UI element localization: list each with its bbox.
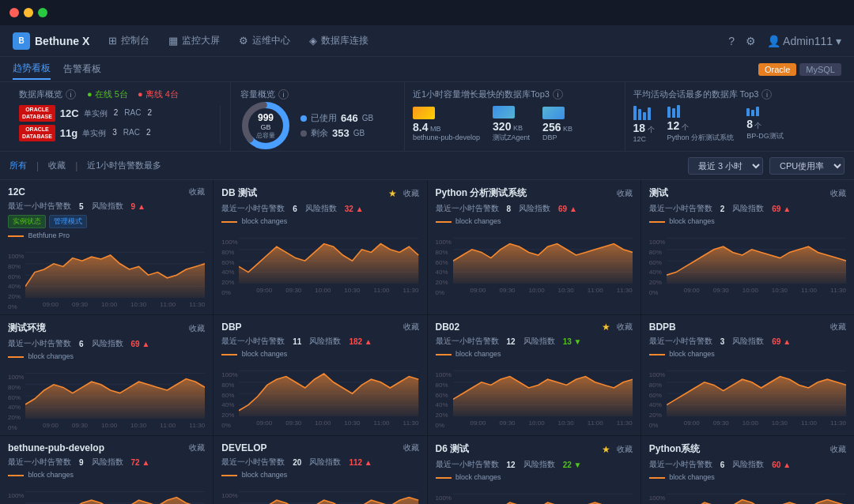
subnav-trend[interactable]: 趋势看板 [13, 58, 51, 80]
star-icon[interactable]: ★ [388, 188, 397, 199]
alert-count: 12 [507, 461, 516, 469]
capacity-info-icon[interactable]: i [278, 89, 289, 100]
nav-items: ⊞ 控制台 ▦ 监控大屏 ⚙ 运维中心 ◈ 数据库连接 [108, 34, 709, 47]
nav-item-monitor[interactable]: ▦ 监控大屏 [168, 34, 220, 47]
card-title: bethune-pub-develop [8, 442, 104, 453]
alert-count: 6 [720, 461, 725, 469]
star-icon[interactable]: ☆ [174, 442, 183, 453]
collapse-label[interactable]: 收藏 [403, 442, 419, 453]
collapse-label[interactable]: 收藏 [403, 322, 419, 333]
chart-svg-wrapper: 09:00 09:30 10:00 10:30 11:00 11:30 [649, 227, 846, 294]
chart-area: 100%80%60%40%20%0% [221, 480, 418, 504]
db-card-测试环境: 测试环境 ☆ 收藏 最近一小时告警数 6 风险指数 69 ▲ block cha… [0, 315, 213, 435]
collapse-label[interactable]: 收藏 [830, 188, 846, 199]
filter-top-alerts[interactable]: 近1小时告警数最多 [87, 160, 161, 171]
chart-area: 100%80%60%40%20%0% [8, 362, 205, 429]
star-icon[interactable]: ☆ [815, 322, 824, 333]
maximize-button[interactable] [38, 8, 47, 17]
collapse-label[interactable]: 收藏 [830, 322, 846, 333]
free-legend: 剩余 353 GB [300, 127, 373, 139]
offline-status: ● 离线 4台 [138, 88, 179, 100]
legend-dot-orange [221, 475, 237, 476]
nav-item-ops[interactable]: ⚙ 运维中心 [239, 34, 290, 47]
time-range-select[interactable]: 最近 3 小时 最近 1 小时 最近 6 小时 [688, 157, 763, 175]
collapse-label[interactable]: 收藏 [189, 442, 205, 453]
card-header: 测试 ☆ 收藏 [649, 186, 846, 200]
star-icon[interactable]: ☆ [174, 323, 183, 334]
star-icon[interactable]: ☆ [388, 322, 397, 333]
help-icon[interactable]: ? [728, 35, 735, 47]
chart-area: 100%80%60%40%20%0% [8, 480, 205, 504]
card-chart: block changes 100%80%60%40%20%0% [221, 350, 418, 429]
card-actions: ☆ 收藏 [388, 442, 419, 453]
card-stats: 最近一小时告警数 9 风险指数 72 ▲ [8, 457, 205, 468]
chart-svg [667, 483, 846, 504]
oracle-11g-row: ORACLEDATABASE 11g 单实例3 RAC2 [19, 125, 220, 141]
bar-chart-3 [746, 107, 784, 116]
collapse-label[interactable]: 收藏 [189, 323, 205, 334]
star-icon[interactable]: ☆ [815, 188, 824, 199]
top3-growth-info-icon[interactable]: i [553, 89, 563, 100]
chart-svg [453, 359, 633, 416]
alert-label: 最近一小时告警数 [436, 336, 499, 347]
alert-count: 20 [293, 458, 301, 467]
card-actions: ☆ 收藏 [388, 322, 419, 333]
chart-area: 100%80%60%40%20%0% [649, 227, 846, 294]
risk-label: 风险指数 [92, 338, 123, 349]
risk-label: 风险指数 [305, 203, 337, 214]
chart-svg-wrapper: 09:00 09:30 10:00 10:30 11:00 11:30 [436, 359, 633, 427]
filter-favorites[interactable]: 收藏 [48, 160, 66, 171]
collapse-label[interactable]: 收藏 [617, 188, 633, 199]
collapse-label[interactable]: 收藏 [617, 322, 633, 333]
collapse-label[interactable]: 收藏 [617, 444, 633, 455]
card-stats: 最近一小时告警数 12 风险指数 22 ▼ [436, 459, 633, 470]
db-overview-info-icon[interactable]: i [66, 89, 76, 100]
chart-legend: block changes [221, 217, 418, 225]
subnav-alert[interactable]: 告警看板 [63, 59, 101, 79]
top3-growth-items: 8.4 MB bethune-pub-develop 320 KB 测试ZAge… [413, 103, 617, 145]
nav-item-db[interactable]: ◈ 数据库连接 [309, 34, 368, 47]
chart-yaxis: 100%80%60%40%20%0% [436, 238, 452, 299]
star-icon[interactable]: ☆ [174, 186, 183, 197]
bar-chart-2 [667, 105, 735, 118]
minimize-button[interactable] [24, 8, 33, 17]
mysql-badge[interactable]: MySQL [799, 63, 841, 76]
collapse-label[interactable]: 收藏 [830, 444, 846, 455]
star-icon[interactable]: ☆ [602, 188, 610, 199]
metric-select[interactable]: CPU使用率 内存使用率 IO使用率 [769, 157, 845, 175]
filter-all[interactable]: 所有 [9, 160, 27, 171]
card-header: DEVELOP ☆ 收藏 [221, 442, 418, 453]
legend-dot-orange [436, 354, 452, 355]
risk-label: 风险指数 [732, 459, 764, 470]
star-icon[interactable]: ★ [602, 322, 610, 333]
risk-label: 风险指数 [523, 459, 555, 470]
card-title: D6 测试 [436, 442, 470, 456]
legend-item: block changes [8, 352, 74, 360]
risk-value: 69 ▲ [772, 337, 791, 346]
user-menu[interactable]: 👤 Admin111 ▾ [767, 35, 841, 47]
nav-item-control[interactable]: ⊞ 控制台 [108, 34, 149, 47]
legend-dot-orange [221, 354, 237, 355]
capacity-title: 容量概览 i [240, 88, 395, 100]
settings-icon[interactable]: ⚙ [746, 35, 756, 47]
risk-value: 182 ▲ [349, 337, 372, 346]
risk-value: 69 ▲ [772, 205, 791, 213]
legend-item: block changes [649, 217, 715, 225]
collapse-label[interactable]: 收藏 [403, 188, 419, 199]
top3-sessions-info-icon[interactable]: i [761, 89, 772, 100]
chart-legend: block changes [649, 350, 846, 358]
close-button[interactable] [9, 8, 19, 17]
used-legend: 已使用 646 GB [300, 112, 373, 124]
oracle-badge[interactable]: Oracle [758, 63, 796, 76]
risk-value: 69 ▲ [558, 205, 577, 213]
star-icon[interactable]: ★ [602, 444, 610, 455]
oracle-11g-stats: 单实例3 RAC2 [82, 128, 150, 139]
chart-legend: block changes [221, 350, 418, 358]
risk-value: 9 ▲ [131, 202, 145, 211]
card-title: 测试 [649, 186, 668, 200]
legend-dot-orange [221, 221, 237, 223]
chart-legend: Bethfune Pro [8, 231, 205, 239]
star-icon[interactable]: ☆ [815, 444, 824, 455]
collapse-label[interactable]: 收藏 [189, 186, 205, 197]
star-icon[interactable]: ☆ [388, 442, 397, 453]
